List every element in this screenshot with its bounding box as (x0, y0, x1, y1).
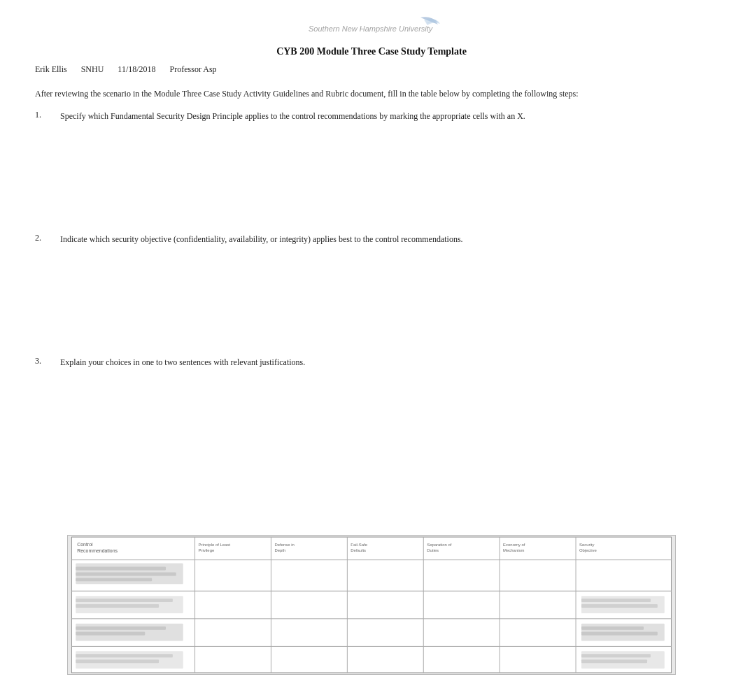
svg-text:Duties: Duties (427, 548, 439, 552)
svg-text:Recommendations: Recommendations (77, 548, 118, 553)
svg-text:Control: Control (77, 542, 93, 547)
svg-text:Defense in: Defense in (274, 543, 294, 547)
svg-text:Fail-Safe: Fail-Safe (351, 543, 367, 547)
step-1-item: 1. Specify which Fundamental Security De… (35, 110, 708, 122)
svg-rect-30 (76, 578, 152, 581)
svg-rect-38 (76, 654, 173, 657)
document-title: CYB 200 Module Three Case Study Template (35, 46, 708, 57)
step-2-spacer (35, 251, 708, 335)
svg-rect-41 (581, 599, 651, 602)
svg-text:Depth: Depth (274, 548, 285, 552)
author-name: Erik Ellis (35, 64, 67, 75)
submission-date: 11/18/2018 (118, 64, 155, 75)
step-3-number: 3. (35, 356, 60, 369)
svg-text:Principle of Least: Principle of Least (199, 543, 231, 547)
svg-rect-32 (76, 599, 173, 602)
svg-text:Southern New Hampshire Univers: Southern New Hampshire University (309, 24, 434, 33)
step-2-text: Indicate which security objective (confi… (60, 233, 463, 245)
professor-name: Professor Asp (170, 64, 217, 75)
snhu-logo: Southern New Hampshire University (302, 14, 441, 42)
step-3-text: Explain your choices in one to two sente… (60, 356, 305, 369)
svg-rect-39 (76, 659, 159, 663)
step-3-spacer (35, 374, 708, 514)
svg-rect-44 (581, 627, 644, 630)
page-container: Southern New Hampshire University CYB 20… (0, 0, 743, 689)
svg-rect-36 (76, 632, 145, 636)
svg-rect-45 (581, 632, 658, 636)
table-preview-image: Control Recommendations Principle of Lea… (67, 535, 676, 675)
table-grid-svg: Control Recommendations Principle of Lea… (68, 536, 675, 674)
step-2-block: 2. Indicate which security objective (co… (35, 233, 708, 335)
step-3-item: 3. Explain your choices in one to two se… (35, 356, 708, 369)
svg-rect-47 (581, 654, 651, 657)
logo-area: Southern New Hampshire University (35, 14, 708, 42)
step-1-text: Specify which Fundamental Security Desig… (60, 110, 525, 122)
svg-rect-42 (581, 604, 658, 608)
svg-rect-35 (76, 627, 166, 630)
step-1-number: 1. (35, 110, 60, 122)
step-3-block: 3. Explain your choices in one to two se… (35, 356, 708, 514)
school-name: SNHU (81, 64, 104, 75)
svg-text:Privilege: Privilege (199, 548, 215, 552)
svg-text:Economy of: Economy of (503, 543, 525, 547)
svg-text:Separation of: Separation of (427, 543, 452, 547)
step-2-item: 2. Indicate which security objective (co… (35, 233, 708, 245)
step-2-number: 2. (35, 233, 60, 245)
table-preview-area: Control Recommendations Principle of Lea… (67, 535, 676, 675)
svg-rect-28 (76, 567, 166, 571)
step-1-spacer (35, 128, 708, 212)
svg-rect-29 (76, 572, 176, 576)
svg-rect-33 (76, 604, 159, 608)
instructions-intro: After reviewing the scenario in the Modu… (35, 87, 708, 100)
svg-text:Defaults: Defaults (351, 548, 366, 552)
meta-line: Erik Ellis SNHU 11/18/2018 Professor Asp (35, 64, 708, 75)
svg-text:Security: Security (579, 543, 594, 547)
step-1-block: 1. Specify which Fundamental Security De… (35, 110, 708, 212)
svg-rect-48 (581, 659, 647, 663)
svg-text:Objective: Objective (579, 548, 597, 552)
svg-text:Mechanism: Mechanism (503, 548, 524, 552)
